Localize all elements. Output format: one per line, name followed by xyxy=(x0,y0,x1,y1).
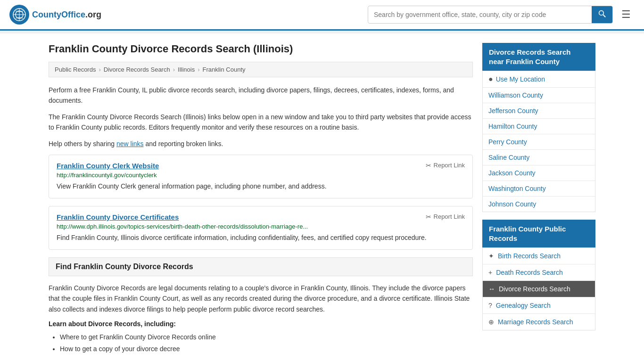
search-bar xyxy=(368,6,613,24)
hamburger-icon[interactable]: ☰ xyxy=(618,7,635,23)
divorce-records-link[interactable]: Divorce Records Search xyxy=(499,285,570,293)
use-my-location[interactable]: ● Use My Location xyxy=(483,71,595,88)
link-card-1-url[interactable]: http://franklincountyil.gov/countyclerk xyxy=(57,172,465,179)
sidebar: Divorce Records Searchnear Franklin Coun… xyxy=(482,43,595,355)
breadcrumb-franklin-county: Franklin County xyxy=(202,66,245,73)
death-records-link[interactable]: Death Records Search xyxy=(496,269,563,276)
genealogy-item[interactable]: ? Genealogy Search xyxy=(483,297,595,314)
svg-line-5 xyxy=(603,15,605,17)
logo-text: CountyOffice.org xyxy=(32,10,101,20)
location-icon: ● xyxy=(488,75,493,83)
nearby-title: Divorce Records Searchnear Franklin Coun… xyxy=(482,43,595,71)
marriage-records-item[interactable]: ⊕ Marriage Records Search xyxy=(483,314,595,330)
breadcrumb-public-records[interactable]: Public Records xyxy=(55,66,96,73)
nearby-section: Divorce Records Searchnear Franklin Coun… xyxy=(482,43,595,212)
nearby-perry[interactable]: Perry County xyxy=(483,134,595,150)
description-3: Help others by sharing new links and rep… xyxy=(49,139,473,149)
content-area: Franklin County Divorce Records Search (… xyxy=(49,43,473,355)
link-card-2-url[interactable]: http://www.dph.illinois.gov/topics-servi… xyxy=(57,223,465,230)
use-my-location-link[interactable]: Use My Location xyxy=(496,75,545,83)
nearby-hamilton[interactable]: Hamilton County xyxy=(483,119,595,134)
nearby-johnson[interactable]: Johnson County xyxy=(483,197,595,212)
death-icon: + xyxy=(488,269,492,276)
logo-icon xyxy=(9,5,29,25)
birth-icon: ✦ xyxy=(488,252,494,260)
genealogy-icon: ? xyxy=(488,302,492,309)
public-records-section: Franklin County Public Records ✦ Birth R… xyxy=(482,220,595,330)
breadcrumb-illinois[interactable]: Illinois xyxy=(178,66,195,73)
bullet-1: Where to get Franklin County Divorce Rec… xyxy=(60,331,473,343)
nearby-williamson[interactable]: Williamson County xyxy=(483,88,595,103)
link-card-2: Franklin County Divorce Certificates ✂ R… xyxy=(49,206,473,250)
nearby-jackson[interactable]: Jackson County xyxy=(483,165,595,181)
bullet-2: How to get a copy of your divorce decree xyxy=(60,343,473,355)
marriage-icon: ⊕ xyxy=(488,318,494,326)
report-icon-2: ✂ xyxy=(426,213,431,221)
logo-area: CountyOffice.org xyxy=(9,5,101,25)
nearby-list: ● Use My Location Williamson County Jeff… xyxy=(482,71,595,212)
search-button[interactable] xyxy=(592,6,612,23)
link-card-1-desc: View Franklin County Clerk general infor… xyxy=(57,181,465,191)
link-card-2-title[interactable]: Franklin County Divorce Certificates xyxy=(57,213,179,221)
breadcrumb: Public Records › Divorce Records Search … xyxy=(49,62,473,77)
link-card-1: Franklin County Clerk Website ✂ Report L… xyxy=(49,155,473,198)
search-input[interactable] xyxy=(368,7,592,22)
report-link-1[interactable]: ✂ Report Link xyxy=(426,162,465,169)
divorce-records-item[interactable]: ↔ Divorce Records Search xyxy=(483,281,595,297)
header-right: ☰ xyxy=(368,6,635,24)
public-records-title: Franklin County Public Records xyxy=(482,220,595,247)
header: CountyOffice.org ☰ xyxy=(0,0,644,31)
birth-records-link[interactable]: Birth Records Search xyxy=(498,252,561,260)
find-section-heading: Find Franklin County Divorce Records xyxy=(49,257,473,276)
marriage-records-link[interactable]: Marriage Records Search xyxy=(498,318,573,326)
breadcrumb-divorce-records-search[interactable]: Divorce Records Search xyxy=(104,66,170,73)
svg-point-4 xyxy=(599,11,604,16)
report-icon-1: ✂ xyxy=(426,162,431,169)
public-records-list: ✦ Birth Records Search + Death Records S… xyxy=(482,247,595,330)
divorce-icon: ↔ xyxy=(488,285,495,293)
page-title: Franklin County Divorce Records Search (… xyxy=(49,43,473,55)
learn-bullet-list: Where to get Franklin County Divorce Rec… xyxy=(49,331,473,355)
nearby-jefferson[interactable]: Jefferson County xyxy=(483,103,595,119)
learn-heading: Learn about Divorce Records, including: xyxy=(49,320,473,328)
description-2: The Franklin County Divorce Records Sear… xyxy=(49,112,473,133)
description-1: Perform a free Franklin County, IL publi… xyxy=(49,85,473,106)
link-card-2-header: Franklin County Divorce Certificates ✂ R… xyxy=(57,213,465,221)
link-card-1-header: Franklin County Clerk Website ✂ Report L… xyxy=(57,162,465,170)
nearby-saline[interactable]: Saline County xyxy=(483,150,595,165)
link-card-1-title[interactable]: Franklin County Clerk Website xyxy=(57,162,159,170)
find-body-text: Franklin County Divorce Records are lega… xyxy=(49,283,473,314)
death-records-item[interactable]: + Death Records Search xyxy=(483,264,595,281)
main-container: Franklin County Divorce Records Search (… xyxy=(39,33,605,362)
nearby-washington[interactable]: Washington County xyxy=(483,181,595,197)
birth-records-item[interactable]: ✦ Birth Records Search xyxy=(483,248,595,264)
link-card-2-desc: Find Franklin County, Illinois divorce c… xyxy=(57,233,465,243)
report-link-2[interactable]: ✂ Report Link xyxy=(426,213,465,221)
new-links-link[interactable]: new links xyxy=(116,140,144,148)
genealogy-link[interactable]: Genealogy Search xyxy=(496,302,551,309)
